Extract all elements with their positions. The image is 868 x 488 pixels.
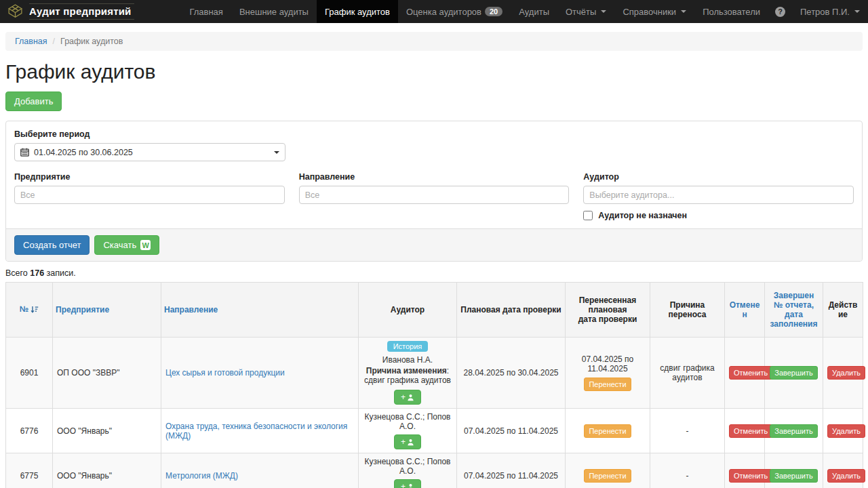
no-auditor-checkbox[interactable] — [583, 211, 593, 220]
auditor-input[interactable] — [583, 186, 854, 204]
nav-item-audits[interactable]: Аудиты — [511, 0, 557, 23]
nav-item-users[interactable]: Пользователи — [694, 0, 768, 23]
cancel-button[interactable]: Отменить — [729, 469, 772, 483]
transfer-button[interactable]: Перенести — [584, 378, 631, 391]
enterprise-input[interactable] — [14, 186, 285, 204]
breadcrumb-home[interactable]: Главная — [15, 37, 47, 46]
cell-enterprise: ОП ООО "ЗВВР" — [53, 338, 161, 409]
page-title: График аудитов — [5, 60, 863, 83]
cell-auditor: Кузнецова С.С.; Попов А.О.+ — [359, 409, 457, 453]
period-label: Выберите период — [14, 129, 854, 139]
cell-planned-date: 07.04.2025 по 11.04.2025 — [457, 409, 566, 453]
cell-transfer-reason: - — [650, 409, 725, 453]
filter-panel: Выберите период 01.04.2025 по 30.06.2025 — [5, 121, 863, 262]
cell-direction: Охрана труда, техника безопасности и эко… — [161, 409, 359, 453]
nav-item-label: Внешние аудиты — [239, 7, 309, 17]
navbar-items: ГлавнаяВнешние аудитыГрафик аудитовОценк… — [181, 0, 768, 23]
finish-button[interactable]: Завершить — [770, 469, 817, 483]
add-auditor-button[interactable]: + — [394, 479, 421, 488]
add-auditor-button[interactable]: + — [394, 434, 421, 449]
cell-delete: Удалить — [823, 453, 863, 488]
direction-input[interactable] — [299, 186, 570, 204]
nav-item-directories[interactable]: Справочники — [614, 0, 694, 23]
column-header-transfer-reason: Причинапереноса — [650, 283, 725, 338]
table-header-row: №ПредприятиеНаправлениеАудиторПлановая д… — [6, 283, 863, 338]
change-reason: Причина изменения: сдвиг графика аудитов — [363, 366, 452, 385]
add-button[interactable]: Добавить — [5, 92, 62, 111]
chevron-down-icon — [854, 10, 860, 13]
auditor-names: Кузнецова С.С.; Попов А.О. — [363, 412, 452, 431]
sort-icon[interactable] — [31, 306, 39, 315]
finish-button[interactable]: Завершить — [770, 424, 817, 438]
column-header-enterprise[interactable]: Предприятие — [53, 283, 161, 338]
table-body: 6901ОП ООО "ЗВВР"Цех сырья и готовой про… — [6, 338, 863, 488]
nav-item-reports[interactable]: Отчёты — [557, 0, 614, 23]
download-label: Скачать — [103, 240, 136, 250]
cell-auditor: ИсторияИванова Н.А.Причина изменения: сд… — [359, 338, 457, 409]
cell-enterprise: ООО "Январь" — [53, 409, 161, 453]
auditor-label: Аудитор — [583, 172, 854, 182]
auditor-names: Иванова Н.А. — [363, 355, 452, 365]
transfer-button[interactable]: Перенести — [584, 469, 631, 483]
total-records: Всего 176 записи. — [5, 268, 863, 278]
breadcrumb: Главная / График аудитов — [5, 32, 863, 51]
cell-number: 6901 — [6, 338, 53, 409]
cell-finish: Завершить — [765, 409, 823, 453]
nav-item-label: Отчёты — [566, 7, 596, 17]
cell-delete: Удалить — [823, 409, 863, 453]
nav-item-audit-schedule[interactable]: График аудитов — [317, 0, 398, 23]
delete-button[interactable]: Удалить — [827, 366, 865, 380]
delete-button[interactable]: Удалить — [827, 469, 865, 483]
cell-number: 6775 — [6, 453, 53, 488]
nav-item-main[interactable]: Главная — [181, 0, 231, 23]
nav-item-external-audits[interactable]: Внешние аудиты — [231, 0, 317, 23]
cell-cancel: Отменить — [725, 338, 765, 409]
cell-planned-date: 28.04.2025 по 30.04.2025 — [457, 338, 566, 409]
cell-cancel: Отменить — [725, 453, 765, 488]
chevron-down-icon — [601, 10, 606, 13]
column-header-completed[interactable]: Завершен№ отчета,дата заполнения — [765, 283, 823, 338]
cell-finish: Завершить — [765, 453, 823, 488]
direction-label: Направление — [299, 172, 570, 182]
nav-item-label: Справочники — [623, 7, 676, 17]
transferred-date-text: 07.04.2025 по 11.04.2025 — [570, 354, 646, 373]
cancel-button[interactable]: Отменить — [729, 366, 772, 380]
column-header-cancelled[interactable]: Отменен — [725, 283, 765, 338]
cancel-button[interactable]: Отменить — [729, 424, 772, 438]
delete-button[interactable]: Удалить — [827, 424, 865, 438]
chevron-down-icon — [274, 151, 279, 154]
history-badge[interactable]: История — [387, 341, 429, 352]
enterprise-label: Предприятие — [14, 172, 285, 182]
direction-link[interactable]: Метрология (МЖД) — [165, 471, 238, 481]
direction-link[interactable]: Цех сырья и готовой продукции — [165, 368, 285, 378]
word-file-icon: W — [140, 240, 151, 250]
audits-table: №ПредприятиеНаправлениеАудиторПлановая д… — [5, 282, 863, 488]
cell-transfer-reason: сдвиг графика аудитов — [650, 338, 725, 409]
user-menu[interactable]: Петров П.И. — [792, 0, 868, 23]
column-header-num[interactable]: № — [6, 283, 53, 338]
download-button[interactable]: Скачать W — [94, 235, 159, 255]
table-row: 6776ООО "Январь"Охрана труда, техника бе… — [6, 409, 863, 453]
column-header-direction[interactable]: Направление — [161, 283, 359, 338]
column-header-transferred-date: Перенесеннаяплановаядата проверки — [566, 283, 650, 338]
calendar-icon — [20, 148, 29, 157]
transfer-button[interactable]: Перенести — [584, 424, 631, 438]
breadcrumb-separator: / — [53, 37, 55, 46]
cell-direction: Метрология (МЖД) — [161, 453, 359, 488]
total-count: 176 — [30, 268, 44, 278]
chevron-down-icon — [681, 10, 686, 13]
create-report-button[interactable]: Создать отчет — [14, 235, 90, 255]
add-auditor-button[interactable]: + — [394, 390, 421, 405]
direction-link[interactable]: Охрана труда, техника безопасности и эко… — [165, 422, 347, 441]
finish-button[interactable]: Завершить — [770, 366, 817, 380]
cell-cancel: Отменить — [725, 409, 765, 453]
nav-item-label: Аудиты — [519, 7, 549, 17]
nav-item-badge: 20 — [485, 7, 502, 16]
period-select[interactable]: 01.04.2025 по 30.06.2025 — [14, 143, 285, 161]
auditor-names: Кузнецова С.С.; Попов А.О. — [363, 457, 452, 476]
cell-finish: Завершить — [765, 338, 823, 409]
brand[interactable]: Аудит предприятий — [0, 0, 134, 23]
top-navbar: Аудит предприятий ГлавнаяВнешние аудитыГ… — [0, 0, 868, 23]
nav-item-auditor-rating[interactable]: Оценка аудиторов20 — [398, 0, 511, 23]
help-icon[interactable]: ? — [775, 7, 785, 17]
